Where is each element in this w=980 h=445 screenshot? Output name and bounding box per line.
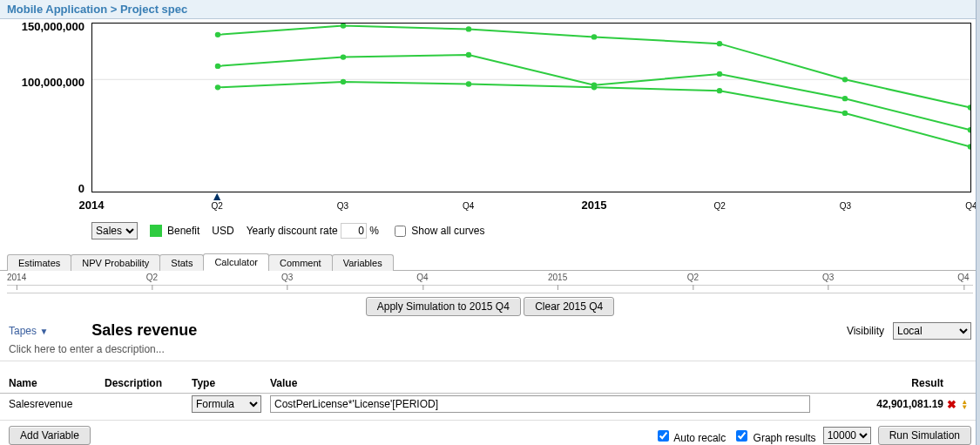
discount-label: Yearly discount rate — [247, 225, 338, 237]
reorder-icon[interactable] — [961, 400, 970, 410]
tabs-row: Estimates NPV Probability Stats Calculat… — [0, 250, 980, 271]
col-header-value: Value — [270, 377, 830, 389]
xtick-2014: 2014 — [79, 199, 105, 212]
window-right-border — [976, 0, 980, 445]
svg-point-5 — [717, 41, 722, 46]
xtick-q3a: Q3 — [337, 201, 348, 211]
run-simulation-button[interactable]: Run Simulation — [878, 426, 971, 445]
chart-plot: 150,000,000 100,000,000 0 — [91, 23, 971, 192]
tl-tick: 2014 — [7, 273, 26, 282]
clear-simulation-button[interactable]: Clear 2015 Q4 — [524, 297, 614, 316]
svg-point-20 — [842, 111, 848, 116]
col-header-desc: Description — [105, 377, 192, 389]
series-select[interactable]: Sales — [91, 222, 138, 239]
auto-recalc-label: Auto recalc — [673, 432, 726, 444]
sim-buttons: Apply Simulation to 2015 Q4 Clear 2015 Q… — [0, 293, 980, 320]
var-value-input[interactable] — [270, 395, 810, 413]
tab-calculator[interactable]: Calculator — [203, 253, 269, 271]
svg-point-2 — [341, 24, 346, 29]
breadcrumb-link-a[interactable]: Mobile Application — [7, 3, 107, 16]
svg-point-19 — [717, 88, 722, 93]
svg-point-3 — [466, 26, 471, 31]
tapes-dropdown[interactable]: Tapes ▼ — [9, 325, 48, 337]
var-name-cell[interactable]: Salesrevenue — [9, 398, 105, 410]
auto-recalc-checkbox[interactable] — [658, 430, 669, 442]
delete-icon[interactable]: ✖ — [947, 398, 956, 411]
xtick-q2a: Q2 — [212, 201, 223, 211]
variables-header: Name Description Type Value Result — [0, 374, 980, 394]
show-all-curves-label: Show all curves — [411, 224, 484, 236]
svg-point-1 — [215, 32, 220, 37]
tapes-row: Tapes ▼ Sales revenue Visibility Local — [0, 320, 980, 341]
breadcrumb-link-b[interactable]: Project spec — [120, 3, 187, 16]
tape-title: Sales revenue — [91, 321, 197, 340]
xtick-q4a: Q4 — [463, 201, 474, 211]
svg-point-21 — [968, 144, 970, 149]
col-header-result: Result — [830, 377, 943, 389]
legend-swatch-icon — [150, 225, 162, 237]
tl-tick: Q4 — [416, 273, 428, 282]
visibility-label: Visibility — [847, 325, 884, 337]
chart-y-axis: 150,000,000 100,000,000 0 — [14, 24, 88, 192]
var-type-select[interactable]: Formula — [192, 395, 261, 413]
var-result-cell: 42,901,081.19 — [830, 398, 943, 410]
breadcrumb: Mobile Application > Project spec — [0, 0, 980, 19]
svg-point-13 — [842, 96, 848, 101]
col-header-type: Type — [192, 377, 270, 389]
tl-tick: Q3 — [822, 273, 834, 282]
tape-description-input[interactable]: Click here to enter a description... — [0, 341, 980, 361]
visibility-select[interactable]: Local — [893, 322, 971, 340]
tab-comment[interactable]: Comment — [268, 254, 333, 271]
add-variable-button[interactable]: Add Variable — [9, 426, 91, 445]
tab-stats[interactable]: Stats — [159, 254, 204, 271]
xtick-q2b: Q2 — [713, 201, 725, 211]
col-header-name: Name — [9, 377, 105, 389]
svg-point-12 — [717, 71, 722, 77]
breadcrumb-sep: > — [111, 3, 118, 16]
ytick-150m: 150,000,000 — [22, 20, 84, 33]
svg-point-6 — [842, 77, 848, 82]
tl-tick: Q3 — [281, 273, 293, 282]
xtick-2015: 2015 — [581, 199, 606, 212]
svg-point-9 — [341, 54, 346, 59]
svg-point-10 — [466, 52, 471, 57]
apply-simulation-button[interactable]: Apply Simulation to 2015 Q4 — [366, 297, 521, 316]
discount-input[interactable] — [341, 223, 367, 239]
discount-suffix: % — [369, 225, 379, 237]
ytick-100m: 100,000,000 — [22, 76, 84, 89]
svg-point-15 — [215, 84, 220, 90]
tab-npv-probability[interactable]: NPV Probability — [71, 254, 160, 271]
xtick-q3b: Q3 — [840, 201, 851, 211]
tl-tick: 2015 — [548, 273, 567, 282]
svg-point-14 — [968, 127, 970, 132]
chart-controls: Sales Benefit USD Yearly discount rate %… — [91, 219, 971, 246]
svg-point-7 — [968, 105, 970, 110]
graph-results-label: Graph results — [754, 432, 816, 444]
variable-row: Salesrevenue Formula 42,901,081.19 ✖ — [0, 394, 980, 415]
svg-point-17 — [466, 81, 471, 86]
tl-tick: Q4 — [957, 273, 969, 282]
chart-x-axis: ▲ 2014 Q2 Q3 Q4 2015 Q2 Q3 Q4 — [91, 192, 971, 219]
footer-row: Add Variable Auto recalc Graph results 1… — [0, 420, 980, 445]
calculator-timeline[interactable]: 2014 Q2 Q3 Q4 2015 Q2 Q3 Q4 — [7, 271, 973, 293]
svg-point-8 — [215, 64, 220, 69]
tl-tick: Q2 — [687, 273, 699, 282]
show-all-curves-checkbox[interactable] — [395, 226, 406, 237]
tl-tick: Q2 — [146, 273, 158, 282]
svg-point-4 — [591, 34, 597, 39]
tab-estimates[interactable]: Estimates — [7, 254, 71, 271]
currency-label: USD — [212, 225, 233, 237]
chevron-down-icon: ▼ — [39, 327, 48, 336]
iterations-select[interactable]: 10000 — [823, 427, 871, 444]
chart-area: 150,000,000 100,000,000 0 ▲ 2014 Q2 Q3 Q… — [0, 19, 980, 250]
ytick-0: 0 — [78, 182, 84, 195]
chart-lines — [92, 24, 970, 192]
legend-label: Benefit — [167, 225, 199, 237]
svg-point-16 — [341, 79, 346, 84]
tab-variables[interactable]: Variables — [332, 254, 394, 271]
graph-results-checkbox[interactable] — [736, 430, 747, 442]
svg-point-18 — [591, 84, 597, 90]
